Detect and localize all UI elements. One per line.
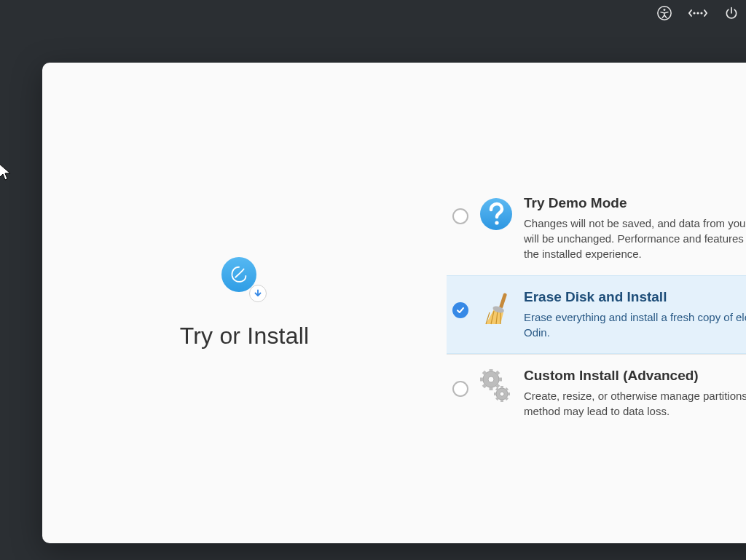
svg-point-12 <box>500 392 504 396</box>
page-title: Try or Install <box>180 323 310 350</box>
svg-rect-7 <box>499 292 508 308</box>
gears-icon <box>479 369 514 404</box>
network-icon[interactable] <box>688 3 708 23</box>
option-desc: Erase everything and install a fresh cop… <box>524 309 746 340</box>
cursor-icon <box>0 163 13 182</box>
svg-point-1 <box>664 9 666 11</box>
options-list: Try Demo Mode Changes will not be saved,… <box>447 63 746 543</box>
download-badge-icon <box>249 285 267 302</box>
option-custom-install[interactable]: Custom Install (Advanced) Create, resize… <box>447 354 746 433</box>
question-icon <box>479 197 514 232</box>
installer-window: Try or Install <box>42 63 746 543</box>
radio-icon <box>452 381 468 397</box>
svg-point-10 <box>488 376 494 382</box>
accessibility-icon[interactable] <box>654 3 675 23</box>
option-desc: Create, resize, or otherwise manage part… <box>524 388 746 419</box>
radio-icon <box>452 302 468 318</box>
system-top-bar <box>0 0 746 26</box>
option-title: Custom Install (Advanced) <box>524 368 746 384</box>
left-pane: Try or Install <box>42 63 447 543</box>
svg-point-2 <box>693 12 695 14</box>
installer-logo-icon <box>221 257 268 304</box>
option-try-demo[interactable]: Try Demo Mode Changes will not be saved,… <box>447 181 746 275</box>
radio-icon <box>452 208 468 224</box>
option-title: Erase Disk and Install <box>524 289 746 305</box>
svg-point-3 <box>696 12 699 14</box>
broom-icon <box>479 291 514 326</box>
svg-point-4 <box>700 12 702 14</box>
option-desc: Changes will not be saved, and data from… <box>524 216 746 261</box>
power-icon[interactable] <box>721 3 742 23</box>
svg-point-6 <box>495 221 498 224</box>
option-erase-install[interactable]: Erase Disk and Install Erase everything … <box>447 275 746 354</box>
option-title: Try Demo Mode <box>524 195 746 211</box>
